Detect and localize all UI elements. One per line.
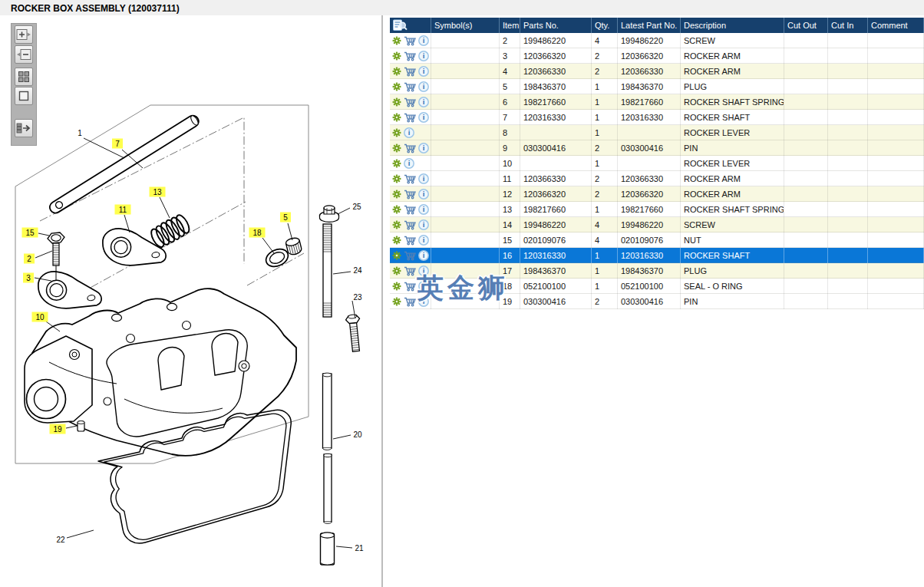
actual-size-button[interactable] (15, 87, 33, 105)
cart-icon[interactable] (404, 97, 416, 107)
info-icon[interactable]: i (418, 265, 429, 276)
table-row-item-12[interactable]: i121203663202120366320ROCKER ARM (390, 186, 924, 202)
gear-icon[interactable] (392, 67, 401, 76)
callout-25[interactable]: 25 (352, 203, 361, 211)
gear-icon[interactable] (392, 113, 401, 122)
column-header-qty[interactable]: Qty. (592, 18, 618, 33)
table-row-item-10[interactable]: i101ROCKER LEVER (390, 156, 924, 171)
cart-icon[interactable] (404, 250, 416, 261)
callout-2[interactable]: 2 (27, 255, 31, 263)
table-row-item-9[interactable]: i90303004162030300416PIN (390, 140, 924, 156)
table-row-item-8[interactable]: i81ROCKER LEVER (390, 125, 924, 140)
gear-icon[interactable] (392, 190, 401, 199)
callout-23[interactable]: 23 (353, 293, 362, 302)
cart-icon[interactable] (404, 81, 416, 92)
callout-21[interactable]: 21 (355, 544, 364, 552)
info-icon[interactable]: i (418, 173, 429, 184)
callout-7[interactable]: 7 (115, 140, 120, 148)
callout-18[interactable]: 18 (252, 229, 262, 237)
callout-19[interactable]: 19 (53, 425, 62, 434)
gear-icon[interactable] (392, 220, 401, 229)
callout-1[interactable]: 1 (78, 129, 82, 137)
gear-icon[interactable] (392, 128, 401, 137)
gear-icon[interactable] (392, 51, 401, 61)
callout-22[interactable]: 22 (56, 536, 65, 544)
info-icon[interactable]: i (404, 158, 414, 169)
gear-icon[interactable] (392, 174, 401, 183)
cart-icon[interactable] (404, 219, 416, 230)
info-icon[interactable]: i (418, 81, 429, 92)
table-row-item-18[interactable]: i180521001001052100100SEAL - O RING (390, 279, 924, 294)
cart-icon[interactable] (404, 143, 416, 153)
callout-20[interactable]: 20 (353, 430, 362, 439)
info-icon[interactable]: i (404, 127, 414, 138)
info-icon[interactable]: i (418, 235, 429, 246)
fit-all-button[interactable] (15, 68, 33, 86)
info-icon[interactable]: i (418, 66, 429, 77)
table-row-item-3[interactable]: i31203663202120366320ROCKER ARM (390, 48, 924, 64)
column-header-icons[interactable] (390, 18, 431, 33)
gear-icon[interactable] (392, 236, 401, 245)
info-icon[interactable]: i (418, 204, 429, 215)
column-header-cutout[interactable]: Cut Out (784, 18, 828, 33)
gear-icon[interactable] (392, 266, 401, 275)
cart-icon[interactable] (404, 112, 416, 123)
info-icon[interactable]: i (418, 250, 429, 261)
callout-11[interactable]: 11 (119, 206, 127, 214)
callout-10[interactable]: 10 (35, 313, 45, 322)
gear-icon[interactable] (392, 97, 401, 107)
column-header-cutin[interactable]: Cut In (828, 18, 868, 33)
cart-icon[interactable] (404, 281, 416, 292)
callout-5[interactable]: 5 (283, 213, 288, 222)
cart-icon[interactable] (404, 189, 416, 200)
table-row-item-6[interactable]: i61982176601198217660ROCKER SHAFT SPRING (390, 94, 924, 110)
gear-icon[interactable] (392, 82, 401, 91)
callout-15[interactable]: 15 (25, 229, 35, 237)
zoom-in-button[interactable] (15, 25, 33, 44)
column-header-latest[interactable]: Latest Part No. (618, 18, 681, 33)
table-row-item-15[interactable]: i150201090764020109076NUT (390, 232, 924, 248)
table-row-item-16[interactable]: i161203163301120316330ROCKER SHAFT (390, 248, 924, 263)
column-header-desc[interactable]: Description (681, 18, 784, 33)
table-row-item-7[interactable]: i71203163301120316330ROCKER SHAFT (390, 110, 924, 125)
gear-icon[interactable] (392, 282, 401, 291)
table-row-item-19[interactable]: i190303004162030300416PIN (390, 294, 924, 309)
callout-24[interactable]: 24 (353, 266, 362, 275)
info-icon[interactable]: i (418, 112, 429, 123)
cart-icon[interactable] (404, 265, 416, 276)
table-row-item-2[interactable]: i21994862204199486220SCREW (390, 33, 924, 48)
callout-3[interactable]: 3 (26, 274, 31, 282)
table-row-item-11[interactable]: i111203663302120366330ROCKER ARM (390, 171, 924, 186)
cart-icon[interactable] (404, 296, 416, 307)
cart-icon[interactable] (404, 173, 416, 184)
info-icon[interactable]: i (418, 35, 429, 46)
gear-icon[interactable] (392, 251, 401, 260)
table-row-item-5[interactable]: i51984363701198436370PLUG (390, 79, 924, 94)
column-header-item[interactable]: Item (500, 18, 520, 33)
cart-icon[interactable] (404, 204, 416, 215)
table-row-item-13[interactable]: i131982176601198217660ROCKER SHAFT SPRIN… (390, 202, 924, 217)
toggle-parts-list-button[interactable] (15, 119, 33, 137)
info-icon[interactable]: i (418, 296, 429, 307)
gear-icon[interactable] (392, 159, 401, 168)
table-row-item-14[interactable]: i141994862204199486220SCREW (390, 217, 924, 232)
cart-icon[interactable] (404, 51, 416, 61)
cart-icon[interactable] (404, 35, 416, 46)
gear-icon[interactable] (392, 297, 401, 306)
table-row-item-4[interactable]: i41203663302120366330ROCKER ARM (390, 64, 924, 79)
info-icon[interactable]: i (418, 51, 429, 61)
gear-icon[interactable] (392, 36, 401, 45)
gear-icon[interactable] (392, 143, 401, 153)
column-header-comment[interactable]: Comment (868, 18, 924, 33)
gear-icon[interactable] (392, 205, 401, 214)
info-icon[interactable]: i (418, 219, 429, 230)
info-icon[interactable]: i (418, 281, 429, 292)
column-header-parts_no[interactable]: Parts No. (520, 18, 592, 33)
cart-icon[interactable] (404, 235, 416, 246)
table-row-item-17[interactable]: i171984363701198436370PLUG (390, 263, 924, 279)
info-icon[interactable]: i (418, 143, 429, 153)
info-icon[interactable]: i (418, 97, 429, 107)
callout-13[interactable]: 13 (153, 188, 162, 196)
parts-list-search-icon[interactable] (392, 19, 408, 31)
info-icon[interactable]: i (418, 189, 429, 200)
